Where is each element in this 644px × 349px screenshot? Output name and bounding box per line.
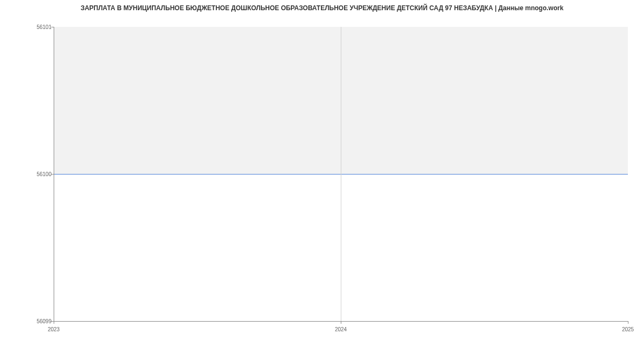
y-tick-label: 56100 [36,171,52,177]
x-tick-mark [54,321,54,324]
y-tick-label: 56101 [36,24,52,30]
x-tick-label: 2023 [48,326,60,332]
x-gridline [341,27,341,321]
x-tick-mark [628,321,628,324]
x-tick-label: 2025 [622,326,634,332]
y-tick-label: 56099 [36,318,52,324]
x-tick-label: 2024 [335,326,347,332]
chart-container: ЗАРПЛАТА В МУНИЦИПАЛЬНОЕ БЮДЖЕТНОЕ ДОШКО… [0,0,644,349]
chart-title: ЗАРПЛАТА В МУНИЦИПАЛЬНОЕ БЮДЖЕТНОЕ ДОШКО… [0,4,644,12]
x-tick-mark [341,321,341,324]
y-axis [54,27,54,321]
